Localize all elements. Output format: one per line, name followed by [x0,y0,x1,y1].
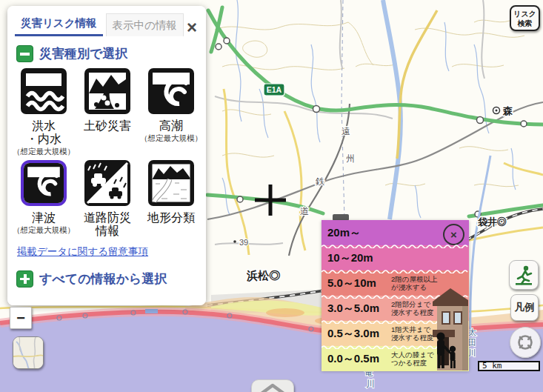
evacuation-run-button[interactable] [509,260,539,290]
minimap-thumbnail [13,337,44,369]
section-disaster-type-title: 災害種別で選択 [39,45,127,62]
legend-range: 20m～ [327,226,391,240]
scale-bar: 5 km [478,361,540,371]
svg-text:森: 森 [502,105,513,116]
type-storm-surge-label: 高潮 [139,119,203,133]
tab-disaster-risk-info[interactable]: 災害リスク情報 [15,12,103,36]
svg-text:鉄: 鉄 [316,176,324,187]
svg-text:州: 州 [346,153,355,164]
collapse-chevron-button[interactable] [251,379,294,392]
disaster-info-panel: 災害リスク情報 表示中の情報 × 災害種別で選択 洪水・内水 （想定最大規模） [7,6,206,305]
panel-tabs: 災害リスク情報 表示中の情報 × [7,12,206,36]
inundation-orange-1 [266,308,304,317]
legend-row-20m: 20m～ × [322,220,469,245]
legend-range: 5.0～10m [327,276,391,290]
svg-text:39: 39 [239,238,248,247]
type-tsunami-note: （想定最大規模） [12,225,76,236]
running-person-icon [513,265,534,285]
tab-displayed-info[interactable]: 表示中の情報 [106,13,184,36]
section-all-info-title: すべての情報から選択 [39,270,167,288]
legend-row-5-10m: 5.0～10m 2階の屋根以上が浸水する [322,270,469,296]
svg-text:浜松◎: 浜松◎ [246,269,280,282]
collapse-minus-icon[interactable] [16,45,33,62]
legend-range: 0.5～3.0m [327,327,391,341]
type-flood[interactable]: 洪水・内水 （想定最大規模） [12,68,76,157]
legend-range: 3.0～5.0m [327,302,391,316]
legend-row-3-5m: 3.0～5.0m 2階部分まで浸水する程度 [322,296,469,321]
disaster-type-grid: 洪水・内水 （想定最大規模） 土砂災害 高潮 （想定最大規模） [7,68,206,238]
legend-desc: 大人の膝までつかる程度 [391,351,434,368]
zoom-out-button[interactable]: − [10,307,32,329]
type-tsunami[interactable]: 津波 （想定最大規模） [12,160,76,238]
locate-button[interactable] [510,327,541,358]
legend-row-10-20m: 10～20m [322,245,469,270]
landslide-icon [84,68,130,114]
panel-close-icon[interactable]: × [184,19,200,36]
storm-surge-icon [148,68,194,114]
type-flood-label: 洪水・内水 [12,119,76,146]
type-storm-surge-note: （想定最大規模） [139,133,203,144]
risk-search-button[interactable]: リスク検索 [510,5,540,31]
type-terrain-label: 地形分類 [139,211,203,225]
legend-row-0-05m: 0.0～0.5m 大人の膝までつかる程度 [322,346,469,371]
type-terrain[interactable]: 地形分類 [139,160,203,238]
legend-range: 10～20m [327,251,391,265]
type-road-info-label: 道路防災情報 [76,211,139,238]
compass-target-icon [514,331,536,353]
terrain-icon [148,160,194,206]
svg-text:川: 川 [366,379,375,389]
type-flood-note: （想定最大規模） [12,147,76,157]
legend-desc: 1階天井まで浸水する程度 [391,325,433,342]
legend-desc: 2階部分まで浸水する程度 [391,300,433,317]
type-landslide-label: 土砂災害 [76,119,139,133]
road-disaster-icon [84,160,130,206]
minimap-button[interactable] [13,336,44,369]
type-landslide[interactable]: 土砂災害 [76,68,139,157]
expand-plus-icon[interactable] [16,270,33,288]
svg-text:田: 田 [468,338,476,347]
svg-text:袋井◎: 袋井◎ [477,216,507,227]
legend-desc: 2階の屋根以上が浸水する [391,275,438,292]
svg-text:川: 川 [468,348,476,357]
type-storm-surge[interactable]: 高潮 （想定最大規模） [139,68,203,157]
svg-text:道: 道 [300,206,309,216]
port [145,309,158,313]
type-road-info[interactable]: 道路防災情報 [76,160,139,238]
svg-text:E1A: E1A [267,85,282,94]
legend-row-05-3m: 0.5～3.0m 1階天井まで浸水する程度 [322,321,469,346]
section-disaster-type: 災害種別で選択 [16,45,206,62]
flood-icon [21,68,67,114]
svg-text:遠: 遠 [342,126,350,136]
highway-badge-e1a: E1A [264,84,284,96]
legend-button[interactable]: 凡例 [510,294,539,321]
section-all-info: すべての情報から選択 [16,270,206,288]
tsunami-icon [21,160,67,206]
data-note-link[interactable]: 掲載データに関する留意事項 [17,245,206,259]
legend-close-icon[interactable]: × [443,224,464,245]
svg-text:太: 太 [468,328,476,336]
legend-range: 0.0～0.5m [327,352,391,366]
chevron-up-icon [258,383,287,392]
tsunami-depth-legend: 20m～ × 10～20m 5.0～10m 2階の屋根以上が浸水する 3.0～5… [322,220,469,371]
type-tsunami-label: 津波 [12,211,76,225]
